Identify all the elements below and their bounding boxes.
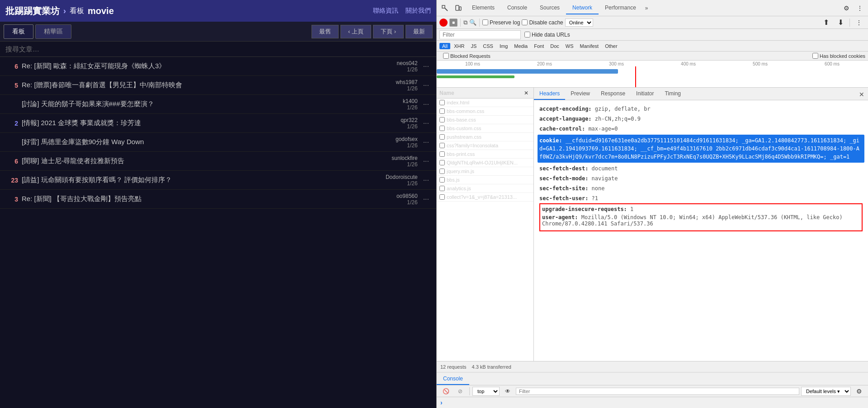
file-list-item[interactable]: bbs-custom.css [437, 124, 533, 133]
file-checkbox[interactable] [439, 126, 445, 131]
settings-btn[interactable]: ⚙ [840, 2, 853, 14]
htab-preview[interactable]: Preview [565, 88, 595, 100]
post-more-btn[interactable]: ··· [421, 138, 431, 146]
post-more-btn[interactable]: ··· [421, 62, 431, 70]
post-more-btn[interactable]: ··· [421, 176, 431, 184]
console-tab[interactable]: Console [437, 373, 469, 385]
file-list-item[interactable]: css?family=Inconsolata [437, 141, 533, 150]
btn-newest[interactable]: 最新 [406, 25, 433, 38]
close-file-panel-btn[interactable]: ✕ [522, 89, 531, 98]
list-item[interactable]: 3Re: [新聞] 【哥吉拉大戰金剛】預告亮點oo985601/26··· [0, 190, 436, 209]
disable-cache-checkbox[interactable] [522, 19, 528, 25]
stop-btn[interactable]: ■ [449, 19, 458, 27]
file-checkbox[interactable] [439, 186, 445, 191]
more-btn[interactable]: ⋮ [854, 2, 866, 14]
htab-headers[interactable]: Headers [534, 88, 565, 100]
post-more-btn[interactable]: ··· [421, 119, 431, 127]
device-toggle-btn[interactable] [452, 2, 465, 14]
tab-elements[interactable]: Elements [466, 2, 501, 14]
blocked-requests-label[interactable]: Blocked Requests [443, 53, 491, 59]
type-filter-img[interactable]: Img [497, 43, 510, 49]
console-levels-select[interactable]: Default levels ▾ [801, 387, 851, 396]
list-item[interactable]: 5Re: [贈票]春節唯一喜劇首選【男兒王】中/南部特映會whs19871/26… [0, 76, 436, 95]
about-link[interactable]: 關於我們 [406, 7, 431, 15]
post-title[interactable]: [討論] 天能的鬍子哥如果來演###要怎麼演？ [22, 100, 378, 108]
file-checkbox[interactable] [439, 100, 445, 105]
file-list-item[interactable]: collect?v=1&_v=j87&a=21313... [437, 193, 533, 202]
htab-initiator[interactable]: Initiator [631, 88, 659, 100]
file-list-item[interactable]: bbs-common.css [437, 107, 533, 116]
tab-highlights[interactable]: 精華區 [35, 24, 71, 39]
file-list-item[interactable]: pushstream.css [437, 133, 533, 141]
console-filter-input[interactable] [516, 388, 799, 395]
file-list-item[interactable]: bbs.js [437, 176, 533, 184]
post-more-btn[interactable]: ··· [421, 81, 431, 89]
import-btn[interactable]: ⬆ [820, 16, 832, 29]
list-item[interactable]: [好雷] 馬德里金庫盜數90分鐘 Way Downgodofsex1/26··· [0, 133, 436, 152]
type-filter-all[interactable]: All [439, 43, 450, 49]
post-more-btn[interactable]: ··· [421, 195, 431, 203]
tab-more[interactable]: » [642, 3, 651, 14]
type-filter-xhr[interactable]: XHR [451, 43, 467, 49]
file-checkbox[interactable] [439, 177, 445, 183]
type-filter-js[interactable]: JS [468, 43, 479, 49]
file-list-item[interactable]: index.html [437, 98, 533, 107]
post-more-btn[interactable]: ··· [421, 157, 431, 165]
post-more-btn[interactable]: ··· [421, 100, 431, 108]
file-checkbox[interactable] [439, 169, 445, 174]
console-stop-btn[interactable]: ⊘ [454, 385, 467, 398]
tab-console[interactable]: Console [501, 2, 533, 14]
file-checkbox[interactable] [439, 108, 445, 114]
console-settings-btn[interactable]: ⚙ [853, 385, 865, 398]
record-btn[interactable] [439, 19, 448, 27]
type-filter-font[interactable]: Font [531, 43, 547, 49]
htab-response[interactable]: Response [595, 88, 631, 100]
type-filter-doc[interactable]: Doc [547, 43, 562, 49]
file-checkbox[interactable] [439, 160, 445, 165]
btn-next[interactable]: 下頁 › [373, 25, 404, 38]
preserve-log-checkbox[interactable] [482, 19, 488, 25]
file-checkbox[interactable] [439, 134, 445, 140]
inspect-element-btn[interactable] [439, 2, 451, 14]
type-filter-ws[interactable]: WS [563, 43, 576, 49]
list-item[interactable]: 23[請益] 玩命關頭有要按順序看嗎？ 評價如何排序？Dodoroiscute1… [0, 171, 436, 190]
type-filter-css[interactable]: CSS [480, 43, 496, 49]
btn-prev[interactable]: ‹ 上頁 [340, 25, 371, 38]
preserve-log-label[interactable]: Preserve log [482, 19, 520, 26]
post-title[interactable]: Re: [新聞] 歐森：緋紅女巫可能現身《蜘蛛人3》 [22, 62, 378, 70]
has-blocked-cookies-checkbox[interactable] [812, 53, 818, 59]
file-list-item[interactable]: QldgNThLqRwH-OJ1UHjIKEN... [437, 159, 533, 167]
filter-input[interactable] [439, 30, 521, 39]
post-title[interactable]: Re: [新聞] 【哥吉拉大戰金剛】預告亮點 [22, 195, 378, 203]
online-select[interactable]: Online [565, 19, 593, 27]
file-checkbox[interactable] [439, 143, 445, 148]
file-checkbox[interactable] [439, 117, 445, 122]
type-filter-manifest[interactable]: Manifest [577, 43, 602, 49]
file-list-item[interactable]: bbs-base.css [437, 116, 533, 124]
file-checkbox[interactable] [439, 194, 445, 200]
file-list-item[interactable]: analytics.js [437, 184, 533, 193]
post-title[interactable]: [閒聊] 迪士尼-尋龍使者拉雅新預告 [22, 157, 378, 165]
disable-cache-label[interactable]: Disable cache [522, 19, 563, 26]
tab-network[interactable]: Network [566, 2, 599, 14]
console-eye-btn[interactable]: 👁 [501, 385, 514, 398]
console-input[interactable] [445, 399, 864, 406]
htab-timing[interactable]: Timing [659, 88, 686, 100]
has-blocked-cookies-label[interactable]: Has blocked cookies [812, 53, 865, 59]
list-item[interactable]: 2[情報] 2021 金球獎 事業成就獎：珍芳達qpr3221/26··· [0, 114, 436, 133]
post-title[interactable]: [請益] 玩命關頭有要按順序看嗎？ 評價如何排序？ [22, 176, 378, 184]
list-item[interactable]: 6[閒聊] 迪士尼-尋龍使者拉雅新預告sunlockfire1/26··· [0, 152, 436, 171]
console-context-select[interactable]: top [472, 387, 500, 396]
blocked-requests-checkbox[interactable] [443, 53, 449, 59]
export-btn[interactable]: ⬇ [834, 16, 847, 29]
file-list-item[interactable]: bbs-print.css [437, 150, 533, 159]
close-headers-btn[interactable]: ✕ [855, 89, 868, 100]
tab-board[interactable]: 看板 [4, 24, 33, 39]
btn-oldest[interactable]: 最舊 [311, 25, 339, 38]
tab-performance[interactable]: Performance [599, 2, 642, 14]
post-title[interactable]: Re: [贈票]春節唯一喜劇首選【男兒王】中/南部特映會 [22, 81, 378, 89]
type-filter-media[interactable]: Media [511, 43, 530, 49]
type-filter-other[interactable]: Other [602, 43, 620, 49]
console-clear-btn[interactable]: 🚫 [439, 385, 452, 398]
more-network-btn[interactable]: ⋮ [853, 16, 865, 29]
